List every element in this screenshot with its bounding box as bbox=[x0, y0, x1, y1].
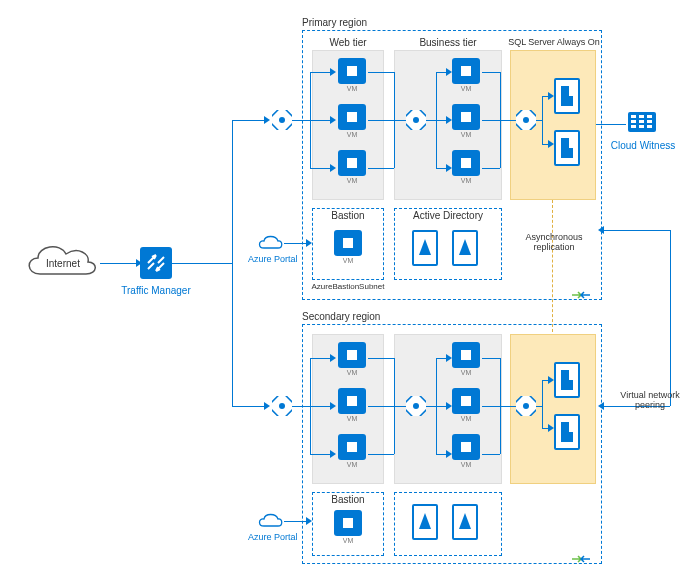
svg-rect-41 bbox=[561, 370, 569, 390]
primary-bastion-vm: VM bbox=[334, 230, 362, 262]
primary-lb-sql-icon bbox=[516, 110, 536, 130]
svg-rect-20 bbox=[639, 115, 644, 118]
secondary-ad-2-icon bbox=[452, 504, 478, 540]
svg-rect-0 bbox=[140, 247, 172, 279]
svg-rect-43 bbox=[561, 422, 569, 442]
peering-indicator-1-icon bbox=[568, 288, 594, 304]
svg-rect-22 bbox=[631, 120, 636, 123]
svg-point-6 bbox=[523, 117, 529, 123]
primary-biz-vm-2: VM bbox=[452, 104, 480, 136]
svg-rect-17 bbox=[343, 238, 353, 248]
svg-rect-42 bbox=[569, 380, 573, 390]
secondary-biz-vm-2: VM bbox=[452, 388, 480, 420]
primary-sql-1-icon bbox=[554, 78, 580, 114]
svg-point-30 bbox=[279, 403, 285, 409]
secondary-sql-1-icon bbox=[554, 362, 580, 398]
svg-rect-13 bbox=[561, 86, 569, 106]
secondary-bastion-vm: VM bbox=[334, 510, 362, 542]
svg-rect-36 bbox=[347, 396, 357, 406]
async-replication-label: Asynchronous replication bbox=[514, 232, 594, 252]
traffic-manager-icon bbox=[140, 247, 172, 281]
svg-rect-44 bbox=[569, 432, 573, 442]
secondary-region-title: Secondary region bbox=[302, 311, 380, 322]
secondary-ad-1-icon bbox=[412, 504, 438, 540]
svg-rect-11 bbox=[461, 112, 471, 122]
peering-indicator-2-icon bbox=[568, 552, 594, 568]
azure-portal-cloud-2-icon bbox=[256, 512, 284, 532]
secondary-web-vm-3: VM bbox=[338, 434, 366, 466]
primary-web-vm-2: VM bbox=[338, 104, 366, 136]
primary-biz-vm-1: VM bbox=[452, 58, 480, 90]
primary-web-vm-3: VM bbox=[338, 150, 366, 182]
svg-point-4 bbox=[413, 117, 419, 123]
svg-point-34 bbox=[523, 403, 529, 409]
ad-server-1-icon bbox=[412, 230, 438, 266]
azure-portal-label-1: Azure Portal bbox=[248, 254, 298, 264]
secondary-biz-vm-3: VM bbox=[452, 434, 480, 466]
svg-rect-7 bbox=[347, 66, 357, 76]
svg-rect-24 bbox=[647, 120, 652, 123]
primary-biz-vm-3: VM bbox=[452, 150, 480, 182]
svg-rect-19 bbox=[631, 115, 636, 118]
architecture-diagram: Internet Traffic Manager Primary region … bbox=[0, 0, 700, 585]
svg-rect-37 bbox=[347, 442, 357, 452]
azure-portal-cloud-1-icon bbox=[256, 234, 284, 254]
primary-lb-biz-icon bbox=[406, 110, 426, 130]
primary-biz-label: Business tier bbox=[394, 37, 502, 48]
traffic-manager-label: Traffic Manager bbox=[120, 285, 192, 296]
secondary-web-vm-1: VM bbox=[338, 342, 366, 374]
svg-rect-10 bbox=[461, 66, 471, 76]
vnet-peering-label: Virtual network peering bbox=[614, 390, 686, 410]
primary-bastion-label: Bastion bbox=[312, 210, 384, 221]
secondary-lb-biz-icon bbox=[406, 396, 426, 416]
primary-lb-web-icon bbox=[272, 110, 292, 130]
secondary-bastion-label: Bastion bbox=[312, 494, 384, 505]
svg-rect-21 bbox=[647, 115, 652, 118]
svg-rect-26 bbox=[639, 125, 644, 128]
svg-rect-28 bbox=[343, 518, 353, 528]
svg-rect-27 bbox=[647, 125, 652, 128]
svg-point-32 bbox=[413, 403, 419, 409]
svg-rect-12 bbox=[461, 158, 471, 168]
ad-label: Active Directory bbox=[394, 210, 502, 221]
svg-rect-35 bbox=[347, 350, 357, 360]
primary-sql-label: SQL Server Always On bbox=[508, 37, 600, 47]
svg-rect-15 bbox=[561, 138, 569, 158]
internet-label: Internet bbox=[46, 258, 80, 269]
secondary-biz-vm-1: VM bbox=[452, 342, 480, 374]
secondary-lb-sql-icon bbox=[516, 396, 536, 416]
cloud-witness-label: Cloud Witness bbox=[610, 140, 676, 151]
svg-rect-23 bbox=[639, 120, 644, 123]
azure-portal-label-2: Azure Portal bbox=[248, 532, 298, 542]
primary-region-title: Primary region bbox=[302, 17, 367, 28]
svg-rect-8 bbox=[347, 112, 357, 122]
svg-rect-38 bbox=[461, 350, 471, 360]
primary-web-label: Web tier bbox=[312, 37, 384, 48]
secondary-web-vm-2: VM bbox=[338, 388, 366, 420]
svg-rect-14 bbox=[569, 96, 573, 106]
cloud-witness-icon bbox=[628, 112, 656, 142]
svg-rect-16 bbox=[569, 148, 573, 158]
svg-rect-9 bbox=[347, 158, 357, 168]
ad-server-2-icon bbox=[452, 230, 478, 266]
svg-rect-39 bbox=[461, 396, 471, 406]
svg-rect-25 bbox=[631, 125, 636, 128]
primary-sql-2-icon bbox=[554, 130, 580, 166]
primary-web-vm-1: VM bbox=[338, 58, 366, 90]
secondary-sql-2-icon bbox=[554, 414, 580, 450]
secondary-ad-box bbox=[394, 492, 502, 556]
svg-point-2 bbox=[279, 117, 285, 123]
svg-rect-40 bbox=[461, 442, 471, 452]
secondary-lb-web-icon bbox=[272, 396, 292, 416]
abs-label: AzureBastionSubnet bbox=[306, 282, 390, 291]
